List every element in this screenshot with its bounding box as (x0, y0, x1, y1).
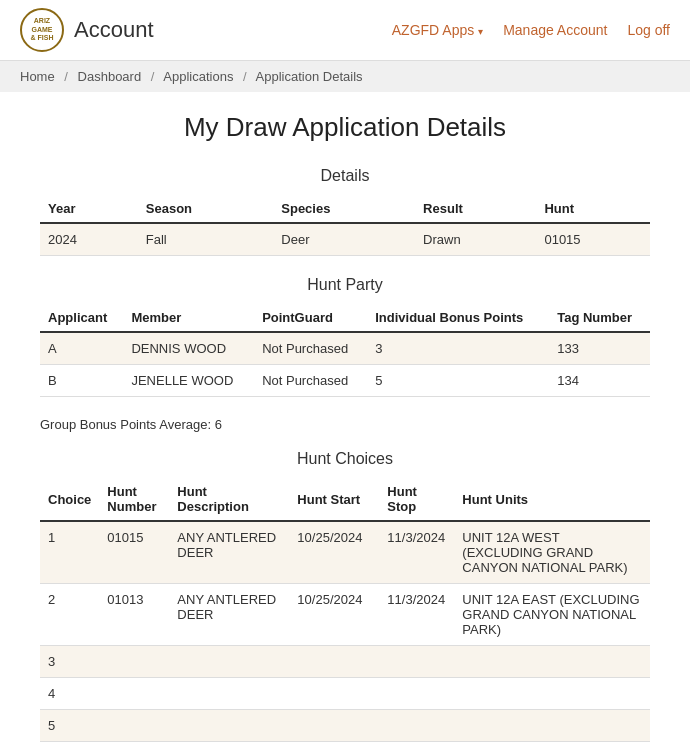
breadcrumb: Home / Dashboard / Applications / Applic… (0, 61, 690, 92)
hc-choice: 4 (40, 678, 99, 710)
details-col-species: Species (273, 195, 415, 223)
hc-description: ANY ANTLERED DEER (169, 521, 289, 584)
hc-units (454, 646, 650, 678)
header-nav: AZGFD Apps ▾ Manage Account Log off (392, 22, 670, 38)
hc-col-choice: Choice (40, 478, 99, 521)
details-col-season: Season (138, 195, 274, 223)
hunt-choice-row: 5 (40, 710, 650, 742)
header-left: ARIZ GAME & FISH Account (20, 8, 154, 52)
breadcrumb-dashboard[interactable]: Dashboard (78, 69, 142, 84)
hp-bonus-points: 3 (367, 332, 549, 365)
details-section-title: Details (40, 167, 650, 185)
hc-start (289, 710, 379, 742)
manage-account-link[interactable]: Manage Account (503, 22, 607, 38)
hp-member: DENNIS WOOD (123, 332, 254, 365)
hc-start: 10/25/2024 (289, 584, 379, 646)
breadcrumb-sep-3: / (243, 69, 247, 84)
hunt-choice-row: 3 (40, 646, 650, 678)
hc-description (169, 678, 289, 710)
details-col-result: Result (415, 195, 536, 223)
hc-start: 10/25/2024 (289, 521, 379, 584)
hc-col-stop: Hunt Stop (379, 478, 454, 521)
hc-hunt-number (99, 678, 169, 710)
details-species: Deer (273, 223, 415, 256)
hc-units: UNIT 12A EAST (EXCLUDING GRAND CANYON NA… (454, 584, 650, 646)
hp-pointguard: Not Purchased (254, 365, 367, 397)
hunt-party-row: B JENELLE WOOD Not Purchased 5 134 (40, 365, 650, 397)
details-header-row: Year Season Species Result Hunt (40, 195, 650, 223)
hunt-choices-header-row: Choice Hunt Number Hunt Description Hunt… (40, 478, 650, 521)
details-col-hunt: Hunt (536, 195, 650, 223)
hc-hunt-number (99, 646, 169, 678)
hunt-choice-row: 2 01013 ANY ANTLERED DEER 10/25/2024 11/… (40, 584, 650, 646)
breadcrumb-sep-1: / (64, 69, 68, 84)
hc-units: UNIT 12A WEST (EXCLUDING GRAND CANYON NA… (454, 521, 650, 584)
details-hunt: 01015 (536, 223, 650, 256)
hc-stop (379, 710, 454, 742)
hp-pointguard: Not Purchased (254, 332, 367, 365)
hc-description (169, 710, 289, 742)
hp-col-bonus: Individual Bonus Points (367, 304, 549, 332)
hc-description: ANY ANTLERED DEER (169, 584, 289, 646)
hc-col-hunt-number: Hunt Number (99, 478, 169, 521)
hc-choice: 1 (40, 521, 99, 584)
hunt-choice-row: 1 01015 ANY ANTLERED DEER 10/25/2024 11/… (40, 521, 650, 584)
hc-stop (379, 646, 454, 678)
details-year: 2024 (40, 223, 138, 256)
hc-choice: 2 (40, 584, 99, 646)
hc-units (454, 678, 650, 710)
hunt-party-header-row: Applicant Member PointGuard Individual B… (40, 304, 650, 332)
hc-col-description: Hunt Description (169, 478, 289, 521)
hc-hunt-number: 01015 (99, 521, 169, 584)
hc-choice: 5 (40, 710, 99, 742)
hc-hunt-number: 01013 (99, 584, 169, 646)
details-col-year: Year (40, 195, 138, 223)
hunt-party-table: Applicant Member PointGuard Individual B… (40, 304, 650, 397)
hunt-party-row: A DENNIS WOOD Not Purchased 3 133 (40, 332, 650, 365)
header: ARIZ GAME & FISH Account AZGFD Apps ▾ Ma… (0, 0, 690, 61)
hp-tag-number: 133 (549, 332, 650, 365)
hc-stop: 11/3/2024 (379, 584, 454, 646)
hc-col-start: Hunt Start (289, 478, 379, 521)
hunt-party-section-title: Hunt Party (40, 276, 650, 294)
hc-stop (379, 678, 454, 710)
hp-applicant: A (40, 332, 123, 365)
breadcrumb-sep-2: / (151, 69, 155, 84)
group-bonus-points: Group Bonus Points Average: 6 (40, 417, 650, 432)
hunt-choice-row: 4 (40, 678, 650, 710)
hc-choice: 3 (40, 646, 99, 678)
hc-col-units: Hunt Units (454, 478, 650, 521)
hp-col-member: Member (123, 304, 254, 332)
azgfd-apps-link[interactable]: AZGFD Apps ▾ (392, 22, 483, 38)
hp-col-applicant: Applicant (40, 304, 123, 332)
details-data-row: 2024 Fall Deer Drawn 01015 (40, 223, 650, 256)
hp-member: JENELLE WOOD (123, 365, 254, 397)
breadcrumb-applications[interactable]: Applications (163, 69, 233, 84)
header-title: Account (74, 17, 154, 43)
hp-bonus-points: 5 (367, 365, 549, 397)
hc-hunt-number (99, 710, 169, 742)
hc-stop: 11/3/2024 (379, 521, 454, 584)
hp-applicant: B (40, 365, 123, 397)
page-title: My Draw Application Details (40, 112, 650, 143)
breadcrumb-home[interactable]: Home (20, 69, 55, 84)
hp-col-tag: Tag Number (549, 304, 650, 332)
details-result: Drawn (415, 223, 536, 256)
breadcrumb-current: Application Details (256, 69, 363, 84)
dropdown-arrow-icon: ▾ (478, 26, 483, 37)
hp-tag-number: 134 (549, 365, 650, 397)
details-table: Year Season Species Result Hunt 2024 Fal… (40, 195, 650, 256)
log-off-link[interactable]: Log off (627, 22, 670, 38)
hc-start (289, 646, 379, 678)
hunt-choices-table: Choice Hunt Number Hunt Description Hunt… (40, 478, 650, 742)
hc-description (169, 646, 289, 678)
hc-start (289, 678, 379, 710)
hunt-choices-section-title: Hunt Choices (40, 450, 650, 468)
logo: ARIZ GAME & FISH (20, 8, 64, 52)
hc-units (454, 710, 650, 742)
hp-col-pointguard: PointGuard (254, 304, 367, 332)
details-season: Fall (138, 223, 274, 256)
main-content: My Draw Application Details Details Year… (0, 92, 690, 750)
